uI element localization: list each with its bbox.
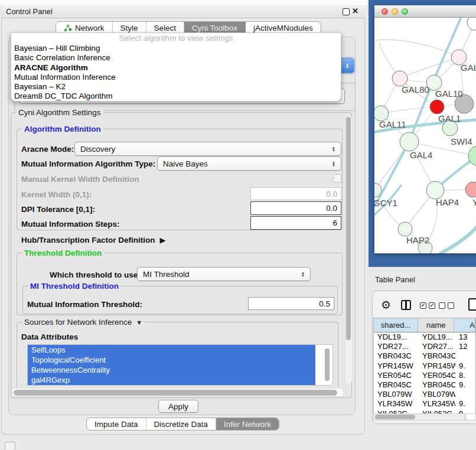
data-attributes-list[interactable]: SelfLoops TopologicalCoefficient Between… <box>27 344 333 386</box>
table-cell[interactable]: 9 <box>455 409 475 414</box>
table-cell[interactable]: YBR045C <box>374 380 419 390</box>
tab-infer-network[interactable]: Infer Network <box>216 418 279 430</box>
hub-definition-expander[interactable]: Hub/Transcription Factor Definition ▶ <box>21 236 166 244</box>
table-row[interactable]: YBR045CYBR045C9. <box>374 380 475 390</box>
node-label-swi4[interactable]: SWI4 <box>451 136 472 146</box>
table-cell[interactable] <box>455 390 475 399</box>
table-cell[interactable]: 12 <box>455 342 475 351</box>
node-label-gal11[interactable]: GAL11 <box>379 119 406 129</box>
table-cell[interactable]: 8. <box>455 371 475 380</box>
control-panel-titlebar[interactable]: Control Panel <box>1 5 365 18</box>
settings-vscrollbar-thumb[interactable] <box>346 117 351 340</box>
table-cell[interactable]: YER054C <box>374 371 419 380</box>
network-canvas[interactable]: GAL GAL80 GAL10 GAL1 GAL11 SWI4 GAL4 GCY… <box>374 18 476 253</box>
dpi-tolerance-field[interactable]: 0.0 <box>250 201 341 215</box>
list-item[interactable]: BetweennessCentrality <box>28 365 315 375</box>
gear-icon[interactable]: ⚙ <box>381 299 391 311</box>
node-hap2[interactable] <box>398 222 412 236</box>
table-cell[interactable] <box>455 351 475 361</box>
mi-threshold-field[interactable]: 0.5 <box>248 297 334 310</box>
list-item[interactable]: gal4RGexp <box>28 375 315 385</box>
kernel-width-field[interactable]: 0.0 <box>250 187 341 200</box>
table-hscrollbar-thumb[interactable] <box>375 415 415 419</box>
dropdown-item[interactable]: Dream8 DC_TDC Algorithm <box>11 92 341 101</box>
table-cell[interactable]: YDR27... <box>374 342 419 351</box>
sources-group-header[interactable]: Sources for Network Inference ▼ <box>22 318 145 327</box>
table-cell[interactable]: YBL079W <box>374 390 419 399</box>
column-header-3[interactable]: A <box>454 318 475 332</box>
settings-vscrollbar[interactable] <box>345 116 352 384</box>
node-label-gal10[interactable]: GAL10 <box>435 89 463 99</box>
split-columns-icon[interactable] <box>401 300 411 310</box>
table-cell[interactable]: YDL19... <box>419 332 455 342</box>
table-row[interactable]: YBR043CYBR043C <box>374 351 475 361</box>
table-cell[interactable]: YER054C <box>419 371 455 380</box>
close-window-icon[interactable] <box>382 8 388 15</box>
table-cell[interactable]: 13 <box>455 332 475 342</box>
table-cell[interactable]: YIL052C <box>419 409 455 414</box>
node-label-hap4[interactable]: HAP4 <box>436 197 459 207</box>
list-item[interactable]: TopologicalCoefficient <box>28 355 315 365</box>
node-label-gal80[interactable]: GAL80 <box>402 84 429 94</box>
dropdown-item[interactable]: Bayesian – K2 <box>11 82 341 92</box>
select-all-icon[interactable]: ✓ ✓ <box>420 302 435 309</box>
table-cell[interactable]: YBR043C <box>419 351 455 361</box>
apply-button[interactable]: Apply <box>158 400 198 413</box>
dropdown-item-selected[interactable]: ARACNE Algorithm <box>11 63 341 73</box>
node-label-gal1[interactable]: GAL1 <box>438 113 461 123</box>
aracne-mode-combo[interactable]: Discovery ▲▼ <box>74 142 341 156</box>
dropdown-item[interactable]: Bayesian – Hill Climbing <box>11 44 341 53</box>
mi-algorithm-type-combo[interactable]: Naive Bayes ▲▼ <box>157 156 341 171</box>
float-panel-icon[interactable] <box>343 8 350 15</box>
settings-hscrollbar-thumb[interactable] <box>14 390 337 396</box>
table-row[interactable]: YLR345WYLR345W9. <box>374 399 475 409</box>
table-row[interactable]: YBL079WYBL079W <box>374 390 475 399</box>
table-cell[interactable]: YIL052C <box>374 409 419 414</box>
close-panel-icon[interactable]: ✕ <box>352 6 358 15</box>
node-label-y[interactable]: Y <box>472 197 476 207</box>
dropdown-item[interactable]: Mutual Information Inference <box>11 73 341 82</box>
table-hscrollbar[interactable] <box>373 413 465 420</box>
table-cell[interactable]: YPR145W <box>419 361 455 371</box>
table-row[interactable]: YDR27...YDR27...12 <box>374 342 475 351</box>
tab-impute-data[interactable]: Impute Data <box>87 418 146 430</box>
manual-kernel-width-checkbox[interactable] <box>333 174 341 182</box>
table-cell[interactable]: YBR043C <box>374 351 419 361</box>
deselect-all-icon[interactable] <box>439 302 454 309</box>
table-cell[interactable]: YBL079W <box>419 390 455 399</box>
list-vscrollbar-thumb[interactable] <box>325 348 330 381</box>
collapsed-panel-icon[interactable] <box>5 442 15 450</box>
table-cell[interactable]: YLR345W <box>374 399 419 409</box>
export-table-icon[interactable] <box>468 298 476 311</box>
table-row[interactable]: YPR145WYPR145W9. <box>374 361 475 371</box>
node-label-gal4[interactable]: GAL4 <box>410 150 432 160</box>
node-salmon[interactable] <box>465 182 476 197</box>
node-hap4[interactable] <box>426 181 444 199</box>
dropdown-item[interactable]: Basic Correlation Inference <box>11 53 341 63</box>
table-cell[interactable]: YDR27... <box>419 342 455 351</box>
node-label-hap2[interactable]: HAP2 <box>406 235 429 245</box>
which-threshold-combo[interactable]: MI Threshold ▲▼ <box>137 267 311 281</box>
table-cell[interactable]: YPR145W <box>374 361 419 371</box>
table-cell[interactable]: YLR345W <box>419 399 455 409</box>
table-cell[interactable]: 9. <box>455 399 475 409</box>
table-cell[interactable]: 9. <box>455 380 475 390</box>
minimize-window-icon[interactable] <box>392 8 398 15</box>
list-item[interactable]: SelfLoops <box>28 345 315 355</box>
column-header-name[interactable]: name <box>418 318 454 332</box>
table-cell[interactable]: YBR045C <box>419 380 455 390</box>
tab-discretize-data[interactable]: Discretize Data <box>146 418 217 430</box>
table-row[interactable]: YDL19...YDL19...13 <box>374 332 475 342</box>
node-gal1-red[interactable] <box>430 100 444 114</box>
node[interactable] <box>467 18 476 30</box>
network-window-titlebar[interactable] <box>374 5 476 18</box>
table-cell[interactable]: YDL19... <box>374 332 419 342</box>
column-header-shared[interactable]: shared... <box>374 318 418 332</box>
table-row[interactable]: YIL052CYIL052C9 <box>374 409 475 414</box>
table-cell[interactable]: 9. <box>455 361 475 371</box>
node-gal4[interactable] <box>400 132 419 151</box>
mi-steps-field[interactable]: 6 <box>250 216 341 230</box>
zoom-window-icon[interactable] <box>402 8 408 15</box>
node-label-gcy1[interactable]: GCY1 <box>374 198 397 208</box>
node-label[interactable]: GAL <box>461 63 476 73</box>
